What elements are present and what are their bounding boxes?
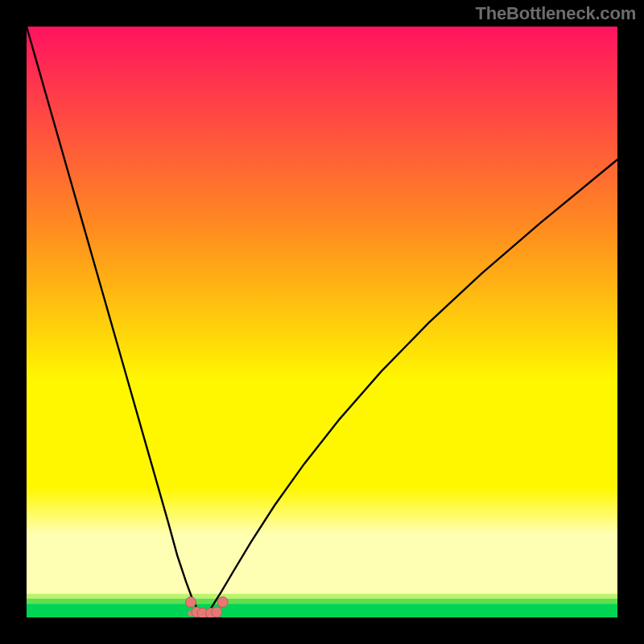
marker-5 bbox=[217, 597, 228, 607]
plot-area bbox=[27, 27, 617, 617]
marker-0 bbox=[186, 597, 196, 607]
marker-4 bbox=[212, 607, 222, 617]
green-band-1 bbox=[27, 599, 617, 605]
watermark-text: TheBottleneck.com bbox=[475, 3, 636, 24]
gradient-bg bbox=[27, 27, 617, 617]
green-band-0 bbox=[27, 594, 617, 599]
green-band-2 bbox=[27, 604, 617, 617]
chart-svg bbox=[27, 27, 617, 617]
frame: TheBottleneck.com bbox=[0, 0, 644, 644]
